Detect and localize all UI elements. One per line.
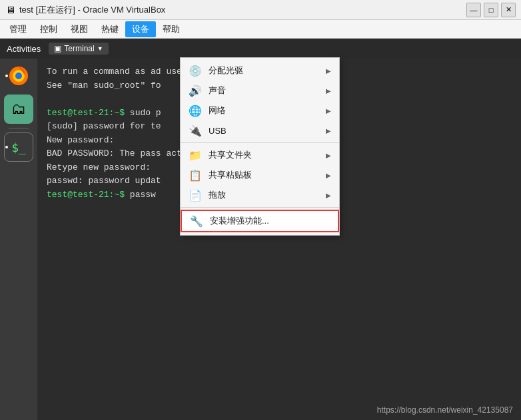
menu-bar: 管理 控制 视图 热键 设备 帮助 [0,20,521,39]
menu-item-usb[interactable]: 🔌 USB ▶ [181,120,339,140]
menu-manage[interactable]: 管理 [3,21,33,37]
active-dot-terminal [5,146,8,148]
separator-2 [181,207,339,208]
menu-item-shared-folder[interactable]: 📁 共享文件夹 ▶ [181,145,339,165]
watermark-text: https://blog.csdn.net/weixin_42135087 [377,405,513,415]
app-icon: 🖥 [5,4,15,15]
menu-help[interactable]: 帮助 [156,21,187,37]
dragdrop-arrow: ▶ [326,192,331,199]
menu-item-dragdrop[interactable]: 📄 拖放 ▶ [181,185,339,205]
active-dot-firefox [5,75,8,77]
firefox-app-icon[interactable] [4,61,33,91]
vm-area: Activities ▣ Terminal ▼ 🗂 [0,39,521,420]
shared-folder-arrow: ▶ [326,152,331,159]
menu-devices[interactable]: 设备 [125,21,156,37]
menu-item-install[interactable]: 🔧 安装增强功能... [181,210,339,232]
files-app-icon[interactable]: 🗂 [4,95,33,124]
maximize-button[interactable]: □ [484,3,498,17]
terminal-app-wrapper: $_ [4,132,33,162]
optical-icon: 💿 [189,64,202,77]
optical-arrow: ▶ [326,67,331,75]
terminal-taskbar-icon: ▣ [54,44,61,53]
terminal-app-icon[interactable]: $_ [4,132,33,162]
terminal-taskbar-button[interactable]: ▣ Terminal ▼ [49,43,108,55]
usb-arrow: ▶ [326,127,331,134]
window-controls: — □ ✕ [466,3,516,17]
network-label: 网络 [209,105,226,116]
usb-label: USB [209,126,227,136]
usb-icon: 🔌 [189,124,202,137]
optical-label: 分配光驱 [209,65,243,77]
menu-item-audio[interactable]: 🔊 声音 ▶ [181,81,339,101]
menu-control[interactable]: 控制 [33,21,64,37]
clipboard-label: 共享粘贴板 [209,169,252,181]
install-icon: 🔧 [190,214,203,228]
terminal-taskbar-arrow: ▼ [97,45,103,52]
files-icon: 🗂 [11,101,26,118]
devices-dropdown-menu: 💿 分配光驱 ▶ 🔊 声音 ▶ 🌐 网络 ▶ 🔌 USB ▶ 📁 共享文件夹 ▶ [180,57,340,236]
window-title: test [正在运行] - Oracle VM VirtualBox [19,4,462,16]
terminal-icon: $_ [11,140,26,154]
watermark: https://blog.csdn.net/weixin_42135087 [377,405,513,415]
clipboard-icon: 📋 [189,168,202,182]
firefox-svg-icon [7,64,31,88]
ubuntu-topbar: Activities ▣ Terminal ▼ [0,39,521,59]
network-icon: 🌐 [189,104,202,117]
clipboard-arrow: ▶ [326,172,331,179]
dragdrop-label: 拖放 [209,189,226,201]
sidebar-divider [9,128,29,128]
firefox-app-wrapper [4,61,33,91]
separator-1 [181,142,339,143]
menu-item-network[interactable]: 🌐 网络 ▶ [181,101,339,120]
minimize-button[interactable]: — [466,3,481,17]
audio-label: 声音 [209,85,226,97]
shared-folder-label: 共享文件夹 [209,149,252,161]
svg-point-2 [15,73,22,79]
menu-item-clipboard[interactable]: 📋 共享粘贴板 ▶ [181,165,339,185]
shared-folder-icon: 📁 [189,148,202,162]
activities-button[interactable]: Activities [7,44,41,54]
install-label: 安装增强功能... [210,215,269,227]
files-app-wrapper: 🗂 [4,95,33,124]
left-sidebar: 🗂 $_ [0,59,37,420]
menu-hotkey[interactable]: 热键 [95,21,125,37]
audio-arrow: ▶ [326,87,331,95]
title-bar: 🖥 test [正在运行] - Oracle VM VirtualBox — □… [0,0,521,20]
audio-icon: 🔊 [189,84,202,97]
menu-view[interactable]: 视图 [64,21,95,37]
terminal-taskbar-label: Terminal [64,44,94,53]
dragdrop-icon: 📄 [189,188,202,202]
network-arrow: ▶ [326,107,331,114]
menu-item-optical[interactable]: 💿 分配光驱 ▶ [181,61,339,81]
close-button[interactable]: ✕ [501,3,516,17]
